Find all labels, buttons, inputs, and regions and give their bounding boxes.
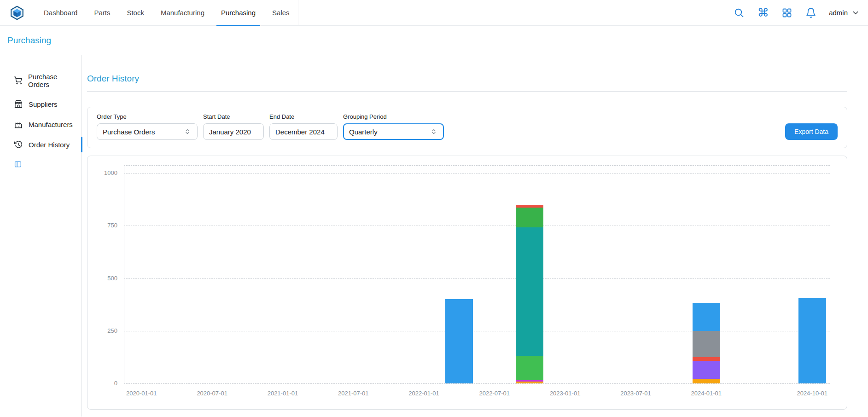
top-navbar: Dashboard Parts Stock Manufacturing Purc… (0, 0, 868, 26)
x-axis-label: 2022-01-01 (396, 390, 452, 397)
order-type-group: Order Type Purchase Orders (97, 113, 198, 140)
qr-grid-icon[interactable] (781, 7, 793, 19)
nav-separator-right (298, 0, 298, 26)
y-axis-label: 250 (95, 327, 117, 334)
end-date-value: December 2024 (275, 128, 325, 136)
grouping-period-group: Grouping Period Quarterly (343, 113, 444, 140)
app-logo[interactable] (8, 4, 26, 22)
tab-parts[interactable]: Parts (86, 0, 118, 26)
sidebar-item-order-history[interactable]: Order History (0, 134, 82, 155)
x-axis-label: 2023-01-01 (537, 390, 593, 397)
tab-stock[interactable]: Stock (118, 0, 152, 26)
chart-bar-segment (693, 357, 720, 361)
sidebar-item-manufacturers[interactable]: Manufacturers (0, 114, 82, 134)
content-area: Purchase Orders Suppliers Manufacturers (0, 55, 868, 417)
filter-panel: Order Type Purchase Orders Start Date Ja… (87, 107, 847, 148)
order-type-select[interactable]: Purchase Orders (97, 123, 198, 140)
sidebar: Purchase Orders Suppliers Manufacturers (0, 55, 82, 417)
chart-bar-segment (516, 356, 543, 380)
navbar-actions: ⌘ admin (733, 7, 860, 19)
chart-bar-segment (693, 379, 720, 383)
y-axis-label: 500 (95, 275, 117, 282)
factory-icon (14, 120, 23, 129)
chart-gridline (124, 383, 830, 384)
sidebar-item-label: Manufacturers (29, 121, 73, 128)
chart-gridline (124, 165, 830, 166)
tab-dashboard[interactable]: Dashboard (35, 0, 86, 26)
main-panel: Order History Order Type Purchase Orders… (82, 55, 868, 417)
chart-bar-segment (516, 382, 543, 383)
sidebar-collapse-icon[interactable] (14, 160, 23, 169)
chart-bar-segment (693, 361, 720, 379)
history-icon (14, 140, 23, 149)
user-name: admin (829, 9, 848, 17)
inventree-logo-icon (9, 5, 25, 21)
y-axis-label: 0 (95, 380, 117, 387)
chart-bar-segment (798, 298, 826, 383)
tab-purchasing[interactable]: Purchasing (213, 0, 264, 26)
start-date-label: Start Date (203, 113, 264, 120)
end-date-label: End Date (269, 113, 338, 120)
search-icon[interactable] (733, 7, 745, 19)
x-axis-label: 2020-07-01 (185, 390, 240, 397)
x-axis-label: 2021-07-01 (326, 390, 381, 397)
command-palette-icon[interactable]: ⌘ (757, 7, 769, 19)
grouping-period-value: Quarterly (349, 128, 378, 136)
y-axis-line (124, 165, 124, 383)
chart-bar-segment (516, 208, 543, 227)
breadcrumb[interactable]: Purchasing (7, 35, 51, 46)
main-nav-tabs: Dashboard Parts Stock Manufacturing Purc… (35, 0, 298, 26)
chart-bar (445, 299, 473, 383)
x-axis-label: 2023-07-01 (608, 390, 663, 397)
grouping-period-select[interactable]: Quarterly (343, 123, 444, 140)
y-axis-label: 750 (95, 222, 117, 229)
select-chevrons-icon (183, 127, 192, 136)
chart-bar (516, 205, 543, 383)
tab-manufacturing[interactable]: Manufacturing (152, 0, 213, 26)
chart-gridline (124, 226, 830, 226)
x-axis-label: 2024-01-01 (679, 390, 734, 397)
start-date-input[interactable]: January 2020 (203, 123, 264, 140)
page-title: Order History (87, 74, 847, 84)
sidebar-item-purchase-orders[interactable]: Purchase Orders (0, 67, 82, 94)
sidebar-item-label: Suppliers (29, 100, 58, 108)
x-axis-label: 2024-10-01 (785, 390, 840, 397)
grouping-period-label: Grouping Period (343, 113, 444, 120)
title-divider (87, 91, 847, 92)
chart-bar (693, 303, 720, 383)
order-type-value: Purchase Orders (103, 128, 155, 136)
chart-bar-segment (693, 303, 720, 331)
chart-bar-segment (693, 331, 720, 357)
select-chevrons-icon (430, 127, 438, 136)
chart-bar (798, 298, 826, 383)
sidebar-item-label: Purchase Orders (28, 73, 78, 88)
start-date-group: Start Date January 2020 (203, 113, 264, 140)
sidebar-item-label: Order History (29, 141, 70, 149)
order-history-chart: 025050075010002020-01-012020-07-012021-0… (87, 156, 847, 409)
x-axis-label: 2022-07-01 (467, 390, 522, 397)
chart-bar-segment (516, 227, 543, 356)
x-axis-label: 2020-01-01 (114, 390, 169, 397)
order-history-chart-card: 025050075010002020-01-012020-07-012021-0… (87, 156, 847, 410)
y-axis-label: 1000 (95, 169, 117, 176)
order-type-label: Order Type (97, 113, 198, 120)
x-axis-label: 2021-01-01 (255, 390, 310, 397)
chart-bar-segment (445, 299, 473, 383)
start-date-value: January 2020 (209, 128, 251, 136)
page-header: Purchasing (0, 26, 868, 55)
sidebar-item-suppliers[interactable]: Suppliers (0, 94, 82, 114)
user-menu[interactable]: admin (829, 9, 860, 17)
chart-gridline (124, 331, 830, 331)
nav-separator-left (26, 0, 26, 26)
building-store-icon (14, 99, 23, 109)
end-date-group: End Date December 2024 (269, 113, 338, 140)
notifications-bell-icon[interactable] (805, 7, 817, 19)
chart-gridline (124, 173, 830, 174)
shopping-cart-icon (14, 76, 23, 85)
chart-gridline (124, 278, 830, 279)
end-date-input[interactable]: December 2024 (269, 123, 338, 140)
chevron-down-icon (851, 9, 860, 17)
export-data-button[interactable]: Export Data (785, 123, 838, 140)
tab-sales[interactable]: Sales (264, 0, 298, 26)
